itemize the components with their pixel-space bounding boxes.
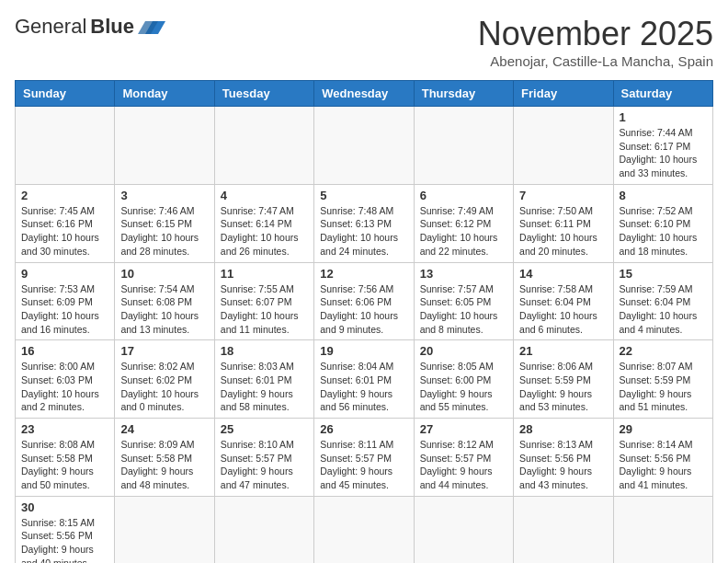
day-info: Sunrise: 8:08 AM Sunset: 5:58 PM Dayligh… — [21, 438, 108, 492]
column-header-sunday: Sunday — [16, 81, 115, 107]
day-number: 3 — [120, 189, 208, 202]
calendar-cell: 17Sunrise: 8:02 AM Sunset: 6:02 PM Dayli… — [115, 340, 214, 419]
day-number: 10 — [120, 267, 208, 281]
day-info: Sunrise: 7:49 AM Sunset: 6:12 PM Dayligh… — [420, 204, 507, 259]
day-info: Sunrise: 8:11 AM Sunset: 5:57 PM Dayligh… — [320, 438, 407, 492]
calendar-cell: 13Sunrise: 7:57 AM Sunset: 6:05 PM Dayli… — [414, 262, 513, 340]
day-info: Sunrise: 8:10 AM Sunset: 5:57 PM Dayligh… — [221, 438, 308, 492]
day-number: 15 — [620, 267, 707, 281]
calendar-cell — [115, 107, 214, 185]
day-number: 7 — [519, 189, 607, 202]
day-number: 1 — [620, 110, 707, 124]
calendar-cell: 3Sunrise: 7:46 AM Sunset: 6:15 PM Daylig… — [115, 184, 214, 262]
location-title: Abenojar, Castille-La Mancha, Spain — [478, 53, 713, 69]
calendar-cell — [514, 496, 613, 563]
day-number: 18 — [221, 344, 308, 358]
day-info: Sunrise: 7:50 AM Sunset: 6:11 PM Dayligh… — [519, 204, 607, 259]
day-number: 16 — [21, 344, 108, 358]
day-number: 4 — [221, 189, 308, 202]
calendar-cell: 20Sunrise: 8:05 AM Sunset: 6:00 PM Dayli… — [414, 340, 513, 419]
logo-icon — [138, 17, 165, 36]
logo-general: General — [15, 15, 86, 39]
day-number: 11 — [221, 267, 308, 281]
column-header-tuesday: Tuesday — [214, 81, 313, 107]
day-info: Sunrise: 8:13 AM Sunset: 5:56 PM Dayligh… — [519, 438, 607, 492]
calendar-cell: 15Sunrise: 7:59 AM Sunset: 6:04 PM Dayli… — [613, 262, 712, 340]
calendar-cell: 4Sunrise: 7:47 AM Sunset: 6:14 PM Daylig… — [214, 184, 313, 262]
day-info: Sunrise: 8:06 AM Sunset: 5:59 PM Dayligh… — [519, 360, 607, 414]
day-info: Sunrise: 8:05 AM Sunset: 6:00 PM Dayligh… — [420, 360, 507, 414]
day-info: Sunrise: 7:59 AM Sunset: 6:04 PM Dayligh… — [620, 282, 707, 337]
logo-blue: Blue — [90, 15, 134, 39]
calendar-cell: 18Sunrise: 8:03 AM Sunset: 6:01 PM Dayli… — [214, 340, 313, 419]
day-info: Sunrise: 8:02 AM Sunset: 6:02 PM Dayligh… — [120, 360, 208, 414]
day-info: Sunrise: 8:12 AM Sunset: 5:57 PM Dayligh… — [420, 438, 507, 492]
day-info: Sunrise: 8:00 AM Sunset: 6:03 PM Dayligh… — [21, 360, 108, 414]
day-number: 6 — [420, 189, 507, 202]
calendar-cell: 10Sunrise: 7:54 AM Sunset: 6:08 PM Dayli… — [115, 262, 214, 340]
title-area: November 2025 Abenojar, Castille-La Manc… — [478, 15, 713, 69]
month-title: November 2025 — [478, 15, 713, 53]
calendar-cell: 23Sunrise: 8:08 AM Sunset: 5:58 PM Dayli… — [16, 419, 115, 497]
calendar-cell: 2Sunrise: 7:45 AM Sunset: 6:16 PM Daylig… — [16, 184, 115, 262]
day-number: 25 — [221, 422, 308, 436]
day-info: Sunrise: 7:57 AM Sunset: 6:05 PM Dayligh… — [420, 282, 507, 337]
calendar-cell: 8Sunrise: 7:52 AM Sunset: 6:10 PM Daylig… — [613, 184, 712, 262]
column-header-friday: Friday — [514, 81, 613, 107]
page-header: General Blue November 2025 Abenojar, Cas… — [15, 15, 713, 69]
calendar-cell: 14Sunrise: 7:58 AM Sunset: 6:04 PM Dayli… — [514, 262, 613, 340]
day-info: Sunrise: 7:47 AM Sunset: 6:14 PM Dayligh… — [221, 204, 308, 259]
day-number: 30 — [21, 500, 108, 514]
calendar-cell: 9Sunrise: 7:53 AM Sunset: 6:09 PM Daylig… — [16, 262, 115, 340]
calendar-cell — [414, 496, 513, 563]
calendar-cell: 12Sunrise: 7:56 AM Sunset: 6:06 PM Dayli… — [314, 262, 414, 340]
day-number: 14 — [519, 267, 607, 281]
day-number: 5 — [320, 189, 407, 202]
day-info: Sunrise: 8:15 AM Sunset: 5:56 PM Dayligh… — [21, 516, 108, 563]
logo: General Blue — [15, 15, 165, 39]
calendar-cell — [214, 107, 313, 185]
day-number: 29 — [620, 422, 707, 436]
day-number: 23 — [21, 422, 108, 436]
day-number: 20 — [420, 344, 507, 358]
calendar-cell: 28Sunrise: 8:13 AM Sunset: 5:56 PM Dayli… — [514, 419, 613, 497]
day-number: 27 — [420, 422, 507, 436]
day-number: 2 — [21, 189, 108, 202]
calendar-cell: 16Sunrise: 8:00 AM Sunset: 6:03 PM Dayli… — [16, 340, 115, 419]
day-info: Sunrise: 7:54 AM Sunset: 6:08 PM Dayligh… — [120, 282, 208, 337]
day-number: 8 — [620, 189, 707, 202]
calendar-cell: 22Sunrise: 8:07 AM Sunset: 5:59 PM Dayli… — [613, 340, 712, 419]
calendar-cell: 24Sunrise: 8:09 AM Sunset: 5:58 PM Dayli… — [115, 419, 214, 497]
calendar-cell: 27Sunrise: 8:12 AM Sunset: 5:57 PM Dayli… — [414, 419, 513, 497]
day-info: Sunrise: 7:44 AM Sunset: 6:17 PM Dayligh… — [620, 126, 707, 180]
day-info: Sunrise: 7:58 AM Sunset: 6:04 PM Dayligh… — [519, 282, 607, 337]
day-info: Sunrise: 7:48 AM Sunset: 6:13 PM Dayligh… — [320, 204, 407, 259]
calendar-cell: 11Sunrise: 7:55 AM Sunset: 6:07 PM Dayli… — [214, 262, 313, 340]
day-number: 28 — [519, 422, 607, 436]
day-number: 24 — [120, 422, 208, 436]
day-number: 13 — [420, 267, 507, 281]
calendar-cell — [414, 107, 513, 185]
column-header-wednesday: Wednesday — [314, 81, 414, 107]
calendar-cell: 1Sunrise: 7:44 AM Sunset: 6:17 PM Daylig… — [613, 107, 712, 185]
calendar-cell: 25Sunrise: 8:10 AM Sunset: 5:57 PM Dayli… — [214, 419, 313, 497]
day-info: Sunrise: 7:55 AM Sunset: 6:07 PM Dayligh… — [221, 282, 308, 337]
calendar-cell — [613, 496, 712, 563]
day-info: Sunrise: 7:53 AM Sunset: 6:09 PM Dayligh… — [21, 282, 108, 337]
calendar-cell: 26Sunrise: 8:11 AM Sunset: 5:57 PM Dayli… — [314, 419, 414, 497]
column-header-monday: Monday — [115, 81, 214, 107]
calendar-cell — [314, 107, 414, 185]
day-info: Sunrise: 8:07 AM Sunset: 5:59 PM Dayligh… — [620, 360, 707, 414]
calendar-cell: 29Sunrise: 8:14 AM Sunset: 5:56 PM Dayli… — [613, 419, 712, 497]
calendar-cell: 5Sunrise: 7:48 AM Sunset: 6:13 PM Daylig… — [314, 184, 414, 262]
calendar-cell: 7Sunrise: 7:50 AM Sunset: 6:11 PM Daylig… — [514, 184, 613, 262]
calendar-cell: 6Sunrise: 7:49 AM Sunset: 6:12 PM Daylig… — [414, 184, 513, 262]
calendar-cell: 19Sunrise: 8:04 AM Sunset: 6:01 PM Dayli… — [314, 340, 414, 419]
day-number: 22 — [620, 344, 707, 358]
column-header-saturday: Saturday — [613, 81, 712, 107]
day-number: 21 — [519, 344, 607, 358]
calendar-cell — [214, 496, 313, 563]
calendar-cell — [314, 496, 414, 563]
day-number: 17 — [120, 344, 208, 358]
calendar-cell — [115, 496, 214, 563]
